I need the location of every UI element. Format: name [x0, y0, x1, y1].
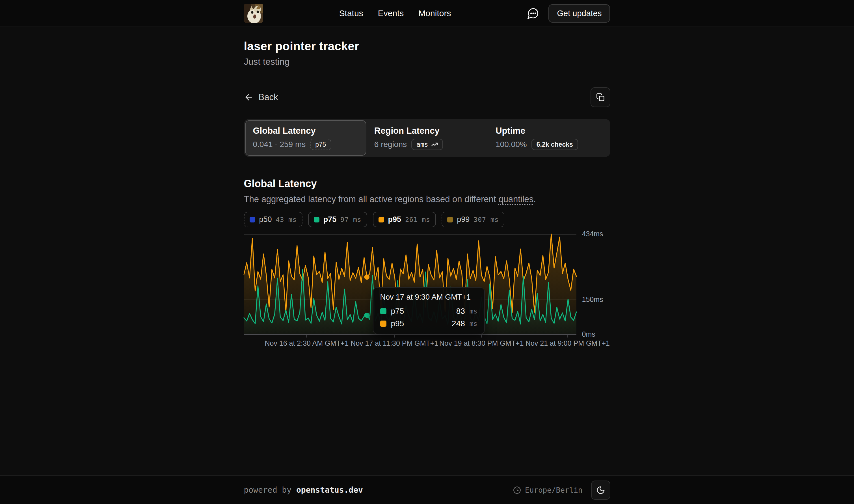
legend-label: p95 [388, 215, 401, 224]
legend-toggle-p75[interactable]: p75 97 ms [308, 212, 367, 227]
x-axis-tick-3: Nov 19 at 8:30 PM GMT+1 [439, 339, 524, 347]
y-axis-tick-0ms: 0ms [582, 330, 595, 338]
legend-label: p99 [457, 215, 470, 224]
nav-link-events[interactable]: Events [378, 8, 404, 18]
tab-title: Global Latency [253, 126, 359, 136]
get-updates-button[interactable]: Get updates [548, 4, 610, 23]
quantiles-link[interactable]: quantiles [498, 194, 533, 204]
x-axis-tick-4: Nov 21 at 9:00 PM GMT+1 [526, 339, 610, 347]
section-description: The aggregated latency from all active r… [244, 194, 610, 204]
legend-value: 261 ms [405, 216, 430, 223]
legend-label: p75 [323, 215, 337, 224]
p50-swatch [250, 217, 255, 222]
copy-icon [596, 93, 605, 102]
p75-swatch [314, 217, 320, 222]
tooltip-unit: ms [470, 320, 477, 327]
latency-chart[interactable]: 434ms 150ms 0ms Nov 16 at 2:30 AM GMT+1 … [244, 234, 610, 350]
checks-badge: 6.2k checks [531, 139, 578, 150]
tooltip-timestamp: Nov 17 at 9:30 AM GMT+1 [380, 293, 477, 302]
cat-logo-image [244, 4, 263, 23]
y-axis-tick-150ms: 150ms [582, 295, 603, 304]
legend-toggle-p95[interactable]: p95 261 ms [373, 212, 436, 227]
p75-swatch [380, 308, 386, 314]
nav-link-monitors[interactable]: Monitors [418, 8, 451, 18]
copy-button[interactable] [590, 87, 610, 107]
theme-toggle-button[interactable] [591, 481, 610, 500]
tab-title: Region Latency [374, 126, 480, 136]
chart-legend: p50 43 ms p75 97 ms p95 261 ms p99 307 m… [244, 212, 610, 227]
tooltip-row-p95: p95 248 ms [380, 319, 477, 328]
y-axis-tick-434ms: 434ms [582, 230, 603, 238]
quantile-badge: p75 [310, 139, 331, 150]
arrow-left-icon [244, 92, 254, 102]
tab-title: Uptime [495, 126, 601, 136]
legend-toggle-p50[interactable]: p50 43 ms [244, 212, 303, 227]
page-footer: powered by openstatus.dev Europe/Berlin [0, 475, 854, 504]
site-logo[interactable] [244, 4, 263, 23]
section-title: Global Latency [244, 178, 610, 190]
legend-value: 43 ms [276, 216, 297, 223]
tab-value: 6 regions [374, 140, 407, 149]
timezone-display: Europe/Berlin [513, 486, 583, 494]
top-nav: Status Events Monitors Get updates [0, 0, 854, 27]
p95-swatch [380, 321, 386, 327]
timezone-label: Europe/Berlin [525, 486, 583, 494]
metric-tabs: Global Latency 0.041 - 259 ms p75 Region… [244, 119, 610, 157]
back-link[interactable]: Back [244, 92, 278, 102]
tooltip-series-label: p95 [391, 319, 404, 328]
tab-uptime[interactable]: Uptime 100.00% 6.2k checks [488, 120, 609, 156]
p99-swatch [447, 217, 453, 222]
description-text: The aggregated latency from all active r… [244, 194, 499, 204]
openstatus-link[interactable]: openstatus.dev [296, 485, 363, 495]
tab-value: 100.00% [495, 140, 527, 149]
clock-icon [513, 486, 521, 494]
moon-icon [596, 486, 605, 495]
page-title: laser pointer tracker [244, 27, 610, 53]
tab-global-latency[interactable]: Global Latency 0.041 - 259 ms p75 [245, 120, 366, 156]
tooltip-series-label: p75 [391, 307, 404, 316]
legend-toggle-p99[interactable]: p99 307 ms [441, 212, 504, 227]
legend-value: 97 ms [340, 216, 361, 223]
powered-by-text: powered by [244, 485, 296, 495]
tab-region-latency[interactable]: Region Latency 6 regions ams [366, 120, 488, 156]
chat-bubble-icon [527, 7, 539, 19]
tooltip-unit: ms [470, 308, 477, 315]
tooltip-value: 248 [452, 319, 465, 328]
x-axis-tick-1: Nov 16 at 2:30 AM GMT+1 [265, 339, 348, 347]
nav-link-status[interactable]: Status [339, 8, 363, 18]
powered-by: powered by openstatus.dev [244, 485, 363, 495]
back-label: Back [259, 92, 278, 102]
tab-value: 0.041 - 259 ms [253, 140, 306, 149]
tooltip-row-p75: p75 83 ms [380, 307, 477, 316]
main-content: laser pointer tracker Just testing Back [0, 27, 854, 475]
legend-label: p50 [259, 215, 272, 224]
legend-value: 307 ms [473, 216, 499, 223]
description-period: . [533, 194, 536, 204]
nav-links: Status Events Monitors [339, 8, 451, 18]
chart-tooltip: Nov 17 at 9:30 AM GMT+1 p75 83 ms p95 24… [373, 287, 485, 335]
page-subtitle: Just testing [244, 56, 610, 67]
region-badge: ams [416, 140, 428, 149]
p95-swatch [379, 217, 384, 222]
tooltip-value: 83 [456, 307, 465, 316]
x-axis-tick-2: Nov 17 at 11:30 PM GMT+1 [350, 339, 438, 347]
feedback-chat-button[interactable] [527, 7, 539, 19]
trending-up-icon [431, 141, 438, 148]
